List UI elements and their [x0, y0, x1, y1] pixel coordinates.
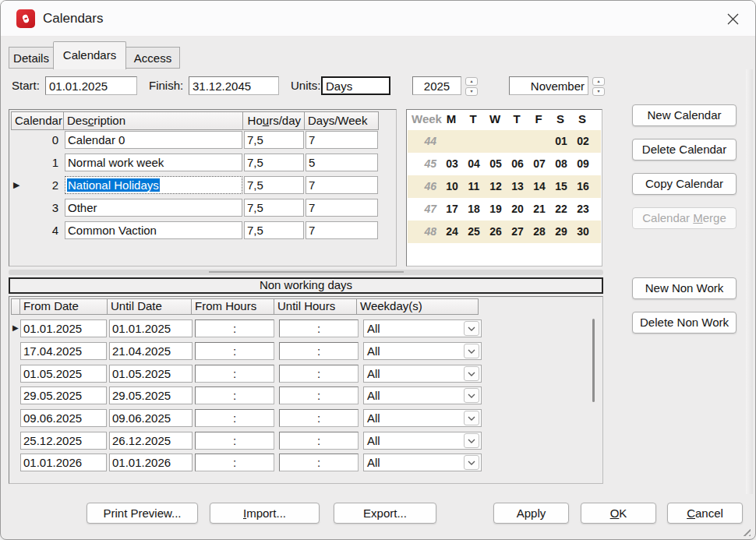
delete-calendar-button[interactable]: Delete Calendar [632, 139, 737, 161]
month-input[interactable] [509, 76, 588, 95]
month-spin-down-icon[interactable]: ▾ [592, 87, 605, 96]
new-calendar-button[interactable]: New Calendar [632, 104, 737, 126]
day-cell[interactable]: 07 [528, 153, 550, 175]
year-input[interactable] [412, 76, 461, 95]
splitter-handle[interactable] [9, 270, 603, 275]
day-cell[interactable]: 15 [550, 175, 572, 198]
weekday-select[interactable]: All [363, 409, 482, 427]
calendar-description-input-selected[interactable]: National Holidays [65, 176, 242, 194]
until-hours-input[interactable] [279, 432, 359, 450]
day-cell[interactable]: 11 [463, 175, 485, 198]
calendar-id-cell[interactable]: 0 [11, 131, 62, 149]
day-cell[interactable]: 13 [507, 175, 528, 198]
year-spin-down-icon[interactable]: ▾ [465, 87, 478, 96]
start-date-input[interactable] [45, 76, 137, 95]
day-cell[interactable]: 25 [463, 221, 485, 243]
day-cell[interactable]: 16 [572, 175, 594, 198]
day-cell[interactable]: 01 [550, 130, 572, 153]
until-date-input[interactable] [109, 432, 193, 450]
day-cell[interactable]: 20 [507, 198, 528, 221]
until-date-input[interactable] [109, 319, 193, 337]
copy-calendar-button[interactable]: Copy Calendar [632, 173, 737, 195]
until-hours-input[interactable] [279, 365, 359, 383]
column-header-from-date[interactable]: From Date [19, 298, 108, 315]
until-hours-input[interactable] [279, 342, 359, 360]
print-preview-button[interactable]: Print Preview... [87, 503, 198, 524]
day-cell[interactable]: 03 [441, 153, 463, 175]
days-per-week-input[interactable] [306, 176, 378, 194]
day-cell[interactable]: 26 [485, 221, 507, 243]
days-per-week-input[interactable] [306, 199, 378, 217]
until-hours-input[interactable] [279, 454, 359, 471]
close-icon[interactable] [719, 7, 746, 30]
from-hours-input[interactable] [195, 342, 274, 360]
from-hours-input[interactable] [195, 319, 274, 337]
day-cell[interactable]: 14 [528, 175, 550, 198]
days-per-week-input[interactable] [306, 131, 378, 149]
until-date-input[interactable] [109, 365, 193, 383]
from-date-input[interactable] [20, 386, 107, 404]
calendar-id-cell[interactable]: 2 [11, 176, 62, 194]
column-header-from-hours[interactable]: From Hours [191, 298, 274, 315]
tab-access[interactable]: Access [125, 47, 180, 69]
column-header-description[interactable]: Description [63, 111, 243, 130]
day-cell[interactable]: 24 [441, 221, 463, 243]
hours-per-day-input[interactable] [244, 154, 304, 171]
finish-date-input[interactable] [189, 76, 279, 95]
days-per-week-input[interactable] [306, 221, 378, 239]
day-cell[interactable]: 29 [550, 221, 572, 243]
cancel-button[interactable]: Cancel [667, 503, 743, 524]
from-date-input[interactable] [20, 454, 107, 471]
from-hours-input[interactable] [195, 409, 274, 427]
import-button[interactable]: Import... [210, 503, 320, 524]
tab-calendars[interactable]: Calendars [53, 41, 126, 69]
day-cell[interactable]: 27 [507, 221, 528, 243]
days-per-week-input[interactable] [306, 154, 378, 171]
hours-per-day-input[interactable] [244, 131, 304, 149]
calendar-description-input[interactable] [65, 154, 242, 171]
from-hours-input[interactable] [195, 432, 274, 450]
calendar-description-input[interactable] [65, 221, 242, 239]
from-date-input[interactable] [20, 409, 107, 427]
weekday-select[interactable]: All [363, 319, 482, 337]
day-cell[interactable]: 19 [485, 198, 507, 221]
calendar-description-input[interactable] [65, 131, 242, 149]
weekday-select[interactable]: All [363, 365, 482, 383]
day-cell[interactable]: 17 [441, 198, 463, 221]
from-hours-input[interactable] [195, 454, 274, 471]
day-cell[interactable]: 28 [528, 221, 550, 243]
day-cell[interactable]: 18 [463, 198, 485, 221]
column-header-hours-per-day[interactable]: Hours/day [242, 111, 305, 130]
apply-button[interactable]: Apply [493, 503, 569, 524]
weekday-select[interactable]: All [363, 342, 482, 360]
from-date-input[interactable] [20, 319, 107, 337]
month-spin-up-icon[interactable]: ▴ [592, 77, 605, 86]
weekday-select[interactable]: All [363, 432, 482, 450]
day-cell[interactable]: 21 [528, 198, 550, 221]
day-cell[interactable]: 30 [572, 221, 594, 243]
column-header-days-per-week[interactable]: Days/Week [304, 111, 379, 130]
day-cell[interactable]: 09 [572, 153, 594, 175]
until-hours-input[interactable] [279, 319, 359, 337]
tab-details[interactable]: Details [9, 47, 54, 69]
column-header-until-date[interactable]: Until Date [107, 298, 192, 315]
day-cell[interactable]: 22 [550, 198, 572, 221]
resize-grip[interactable] [740, 526, 751, 536]
day-cell[interactable]: 04 [463, 153, 485, 175]
hours-per-day-input[interactable] [244, 199, 304, 217]
until-hours-input[interactable] [279, 386, 359, 404]
from-date-input[interactable] [20, 432, 107, 450]
day-cell[interactable]: 06 [507, 153, 528, 175]
from-hours-input[interactable] [195, 386, 274, 404]
day-cell[interactable]: 02 [572, 130, 594, 153]
vertical-scrollbar[interactable] [592, 319, 595, 402]
column-header-weekdays[interactable]: Weekday(s) [356, 298, 479, 315]
weekday-select[interactable]: All [363, 454, 482, 471]
until-date-input[interactable] [109, 454, 193, 471]
new-non-work-button[interactable]: New Non Work [632, 277, 737, 299]
day-cell[interactable]: 08 [550, 153, 572, 175]
calendar-id-cell[interactable]: 3 [11, 199, 62, 217]
weekday-select[interactable]: All [363, 386, 482, 404]
day-cell[interactable]: 05 [485, 153, 507, 175]
until-hours-input[interactable] [279, 409, 359, 427]
